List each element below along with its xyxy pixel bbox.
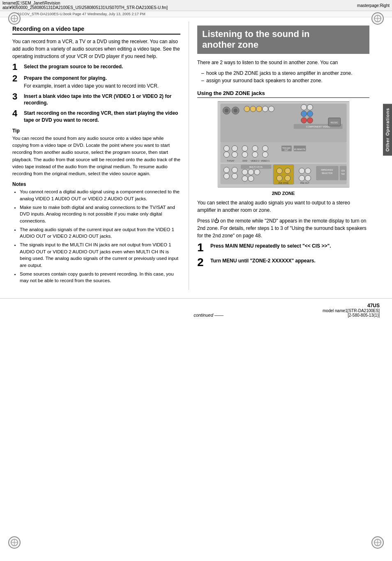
- svg-point-60: [242, 169, 247, 175]
- svg-rect-65: [273, 165, 294, 184]
- svg-point-46: [262, 152, 268, 158]
- svg-point-27: [307, 111, 313, 117]
- svg-text:TV/SAT: TV/SAT: [226, 159, 234, 162]
- note-3: The analog audio signals of the current …: [20, 226, 180, 240]
- svg-point-64: [248, 176, 254, 181]
- page-wrapper: lename[E:\SEM_Janet\Revision ata\¥905000…: [0, 0, 392, 561]
- svg-text:PRE OUT: PRE OUT: [300, 182, 309, 184]
- right-body1: You can select the analog audio signals …: [197, 199, 369, 214]
- svg-point-57: [232, 173, 238, 179]
- footer-center: continued ——: [194, 313, 224, 318]
- right-step-2: 2 Turn MENU until "ZONE-2 XXXXXX" appear…: [197, 257, 369, 268]
- tip-text: You can record the sound from any audio …: [12, 135, 180, 178]
- step-2: 2 Prepare the component for playing. For…: [12, 75, 180, 90]
- svg-point-74: [305, 175, 311, 181]
- svg-text:TER: TER: [341, 173, 345, 175]
- right-step-1-num: 1: [197, 242, 210, 253]
- step-4-num: 4: [12, 109, 24, 118]
- svg-point-34: [224, 146, 229, 151]
- header-filename: lename[E:\SEM_Janet\Revision: [2, 1, 168, 5]
- page-content: Recording on a video tape You can record…: [0, 17, 392, 290]
- svg-point-37: [232, 152, 238, 158]
- svg-point-24: [301, 111, 307, 117]
- header-filepath: ata\¥9050000_2580805131DA2100ES_US\25808…: [2, 5, 168, 10]
- header-left: lename[E:\SEM_Janet\Revision ata\¥905000…: [2, 1, 168, 10]
- side-tab: Other Operations: [383, 104, 392, 155]
- left-section-title: Recording on a video tape: [12, 26, 180, 35]
- note-4: The signals input to the MULTI CH IN jac…: [20, 241, 180, 269]
- svg-point-21: [262, 106, 268, 112]
- svg-rect-33: [220, 142, 346, 163]
- svg-text:MULTI CH IN: MULTI CH IN: [249, 166, 262, 168]
- step-3-title: Insert a blank video tape into the VCR (…: [24, 93, 171, 106]
- svg-point-71: [299, 168, 304, 174]
- header-bar: lename[E:\SEM_Janet\Revision ata\¥905000…: [0, 0, 392, 11]
- svg-point-67: [284, 168, 290, 174]
- corner-mark-bl: [8, 536, 21, 549]
- step-3: 3 Insert a blank video tape into the VCR…: [12, 93, 180, 107]
- svg-point-61: [248, 169, 254, 175]
- svg-text:IR REMOTE: IR REMOTE: [294, 148, 305, 151]
- svg-text:VIDEO 1: VIDEO 1: [261, 159, 269, 162]
- svg-point-18: [244, 106, 249, 112]
- step-1: 1 Select the program source to be record…: [12, 63, 180, 72]
- svg-point-72: [305, 168, 311, 174]
- svg-text:IMPEDANCE: IMPEDANCE: [321, 169, 333, 171]
- svg-point-17: [233, 109, 238, 113]
- svg-point-28: [307, 117, 313, 123]
- svg-point-23: [301, 104, 307, 110]
- continued-label: continued ——: [194, 313, 224, 318]
- svg-point-15: [224, 109, 228, 113]
- svg-text:CEN: CEN: [341, 170, 344, 172]
- svg-text:SELECTOR: SELECTOR: [321, 172, 332, 174]
- svg-point-36: [232, 146, 238, 151]
- model-info: model name1[STR-DA2100ES] [2-580-805-13(…: [323, 308, 380, 318]
- back-panel-image: COMPONENT VIDEO RS232C TV/SAT: [218, 101, 349, 188]
- dash-item-2: assign your surround back speakers to an…: [201, 77, 369, 84]
- note-1: You cannot record a digital audio signal…: [20, 188, 180, 202]
- svg-text:OUT: OUT: [284, 149, 288, 151]
- svg-point-26: [307, 104, 313, 110]
- page-number: 47US: [323, 303, 380, 308]
- svg-point-39: [242, 146, 247, 151]
- right-column: Other Operations Listening to the sound …: [189, 21, 392, 290]
- left-column: Recording on a video tape You can record…: [0, 21, 189, 290]
- svg-text:RS232C: RS232C: [330, 122, 338, 124]
- svg-point-63: [242, 176, 247, 181]
- main-title-line1: Listening to the sound in: [202, 29, 310, 39]
- step-1-num: 1: [12, 63, 24, 72]
- corner-mark-br: [371, 536, 384, 549]
- svg-text:VIDEO 2: VIDEO 2: [250, 159, 259, 162]
- svg-text:2ND ZONE: 2ND ZONE: [278, 182, 289, 184]
- notes-list: You cannot record a digital audio signal…: [12, 188, 180, 284]
- right-step-1-title: Press MAIN MENU repeatedly to select "<<…: [210, 243, 331, 249]
- svg-point-54: [224, 167, 229, 173]
- step-1-title: Select the program source to be recorded…: [24, 64, 123, 70]
- svg-point-22: [268, 106, 274, 112]
- step-2-num: 2: [12, 74, 24, 83]
- right-step-2-title: Turn MENU until "ZONE-2 XXXXXX" appears.: [210, 258, 316, 264]
- notes-label: Notes: [12, 181, 180, 187]
- svg-point-25: [301, 117, 307, 123]
- right-body2: Press I/⏻ on the remote while "2ND" appe…: [197, 217, 369, 239]
- svg-point-68: [277, 175, 282, 181]
- svg-point-69: [284, 175, 290, 181]
- note-2: Make sure to make both digital and analo…: [20, 204, 180, 225]
- zone-label: 2ND ZONE: [197, 191, 369, 196]
- step-3-num: 3: [12, 92, 24, 101]
- step-2-detail: For example, insert a video tape you wan…: [24, 83, 180, 90]
- svg-point-45: [262, 146, 268, 151]
- svg-point-56: [232, 167, 238, 173]
- right-col-inner: Listening to the sound in another zone T…: [197, 26, 386, 268]
- svg-point-43: [252, 152, 258, 158]
- main-title-line2: another zone: [202, 39, 258, 50]
- svg-point-73: [299, 175, 304, 181]
- subsection-title: Using the 2ND ZONE jacks: [197, 90, 369, 98]
- note-5: Some sources contain copy guards to prev…: [20, 271, 180, 284]
- header-right: masterpage:Right: [357, 3, 390, 8]
- svg-point-62: [254, 169, 260, 175]
- main-heading-box: Listening to the sound in another zone: [197, 26, 369, 54]
- svg-point-55: [224, 173, 229, 179]
- step-4-title: Start recording on the recording VCR, th…: [24, 110, 178, 123]
- right-step-1: 1 Press MAIN MENU repeatedly to select "…: [197, 243, 369, 253]
